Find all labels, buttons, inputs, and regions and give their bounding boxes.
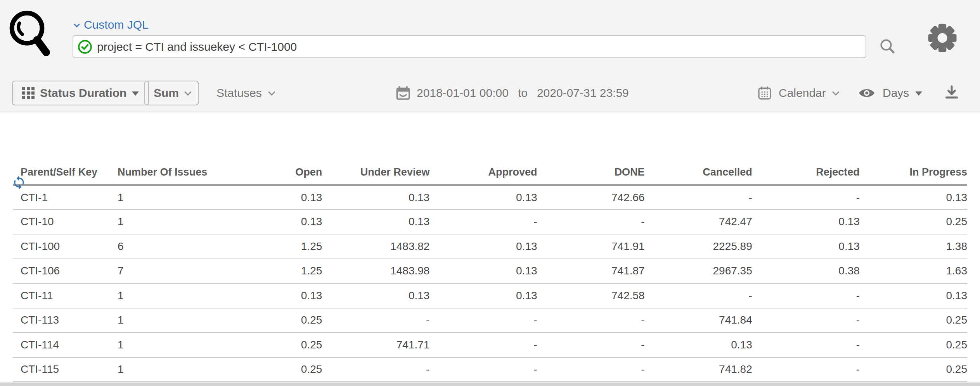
date-separator: to <box>518 86 528 100</box>
jql-input[interactable]: project = CTI and issuekey < CTI-1000 <box>73 35 866 58</box>
table-row[interactable]: CTI-11510.25---741.82-0.25 <box>13 357 967 382</box>
grid-icon <box>22 87 35 99</box>
value-cell: 0.13 <box>860 185 967 210</box>
issue-key-cell: CTI-106 <box>13 259 110 284</box>
value-cell: - <box>322 308 429 333</box>
value-cell: 1.63 <box>860 259 967 284</box>
date-range-picker[interactable]: 2018-01-01 00:00 to 2020-07-31 23:59 <box>395 81 629 105</box>
value-cell: - <box>429 357 537 382</box>
value-cell: 0.13 <box>860 283 967 308</box>
unit-label: Days <box>883 86 909 100</box>
column-header-under-review[interactable]: Under Review <box>322 160 429 185</box>
calendar-grid-icon <box>757 85 772 101</box>
value-cell: - <box>752 308 860 333</box>
value-cell: 1.25 <box>215 234 322 259</box>
table-header-row: Parent/Self KeyNumber Of IssuesOpenUnder… <box>13 160 967 185</box>
value-cell: 0.25 <box>215 333 322 357</box>
value-cell: 2967.35 <box>645 259 752 284</box>
table-row[interactable]: CTI-10671.251483.980.13741.872967.350.38… <box>13 259 967 284</box>
value-cell: - <box>752 333 860 357</box>
table-row[interactable]: CTI-1010.130.13--742.470.130.25 <box>13 210 967 234</box>
status-duration-app: Custom JQL project = CTI and issuekey < … <box>0 0 980 386</box>
column-header-number-of-issues[interactable]: Number Of Issues <box>110 160 215 185</box>
value-cell: 1.25 <box>215 259 322 284</box>
chevron-down-icon <box>268 88 275 95</box>
aggregation-button[interactable]: Sum <box>144 81 199 105</box>
column-header-open[interactable]: Open <box>215 160 322 185</box>
calendar-dropdown[interactable]: Calendar <box>757 81 837 105</box>
refresh-icon[interactable] <box>12 175 26 191</box>
value-cell: 0.38 <box>752 259 860 284</box>
value-cell: 1 <box>110 283 215 308</box>
value-cell: - <box>752 185 860 210</box>
value-cell: 742.47 <box>645 210 752 234</box>
value-cell: - <box>537 357 645 382</box>
table-row[interactable]: CTI-10061.251483.820.13741.912225.890.13… <box>13 234 967 259</box>
jql-query-text: project = CTI and issuekey < CTI-1000 <box>97 40 297 53</box>
horizontal-scrollbar[interactable] <box>0 383 980 386</box>
unit-dropdown[interactable]: Days <box>857 81 922 105</box>
issue-key-cell: CTI-113 <box>13 308 110 333</box>
value-cell: 0.13 <box>429 259 537 284</box>
value-cell: 1483.98 <box>322 259 429 284</box>
value-cell: 0.13 <box>215 185 322 210</box>
value-cell: 0.13 <box>429 283 537 308</box>
status-duration-table: Parent/Self KeyNumber Of IssuesOpenUnder… <box>13 160 967 382</box>
value-cell: - <box>429 308 537 333</box>
value-cell: 742.66 <box>537 185 645 210</box>
column-header-approved[interactable]: Approved <box>429 160 537 185</box>
issue-key-cell: CTI-1 <box>13 185 110 210</box>
value-cell: 0.25 <box>860 308 967 333</box>
value-cell: 0.13 <box>645 333 752 357</box>
calendar-icon <box>395 85 411 101</box>
app-header: Custom JQL project = CTI and issuekey < … <box>0 0 980 112</box>
value-cell: 0.13 <box>752 234 860 259</box>
value-cell: - <box>645 185 752 210</box>
chevron-down-icon <box>832 88 839 95</box>
issue-key-cell: CTI-115 <box>13 357 110 382</box>
table-row[interactable]: CTI-1110.130.130.13742.58--0.13 <box>13 283 967 308</box>
chevron-down-icon <box>74 21 80 28</box>
date-from[interactable]: 2018-01-01 00:00 <box>417 86 509 100</box>
value-cell: 0.25 <box>860 357 967 382</box>
issue-key-cell: CTI-10 <box>13 210 110 234</box>
statuses-label: Statuses <box>216 86 262 100</box>
gear-icon[interactable] <box>928 23 957 54</box>
value-cell: - <box>537 210 645 234</box>
value-cell: 0.13 <box>215 210 322 234</box>
value-cell: 0.13 <box>322 283 429 308</box>
search-icon[interactable] <box>878 37 897 57</box>
report-toolbar: Status Duration Sum Statuses <box>0 81 980 105</box>
download-icon[interactable] <box>943 84 961 103</box>
value-cell: - <box>429 210 537 234</box>
column-header-done[interactable]: DONE <box>537 160 645 185</box>
value-cell: - <box>537 308 645 333</box>
jql-mode-label[interactable]: Custom JQL <box>84 18 149 31</box>
value-cell: - <box>429 333 537 357</box>
value-cell: 7 <box>110 259 215 284</box>
report-type-button[interactable]: Status Duration <box>12 81 149 105</box>
value-cell: 741.71 <box>322 333 429 357</box>
value-cell: 1 <box>110 210 215 234</box>
value-cell: 0.25 <box>860 333 967 357</box>
value-cell: 741.91 <box>537 234 645 259</box>
report-type-label: Status Duration <box>40 86 126 100</box>
aggregation-label: Sum <box>154 86 179 100</box>
value-cell: 0.13 <box>322 210 429 234</box>
table-row[interactable]: CTI-11310.25---741.84-0.25 <box>13 308 967 333</box>
issue-key-cell: CTI-100 <box>13 234 110 259</box>
issue-key-cell: CTI-114 <box>13 333 110 357</box>
caret-down-icon <box>132 91 139 96</box>
table-row[interactable]: CTI-11410.25741.71--0.13-0.25 <box>13 333 967 357</box>
column-header-cancelled[interactable]: Cancelled <box>645 160 752 185</box>
value-cell: 0.13 <box>322 185 429 210</box>
column-header-in-progress[interactable]: In Progress <box>860 160 967 185</box>
date-to[interactable]: 2020-07-31 23:59 <box>537 86 629 100</box>
jql-mode-selector[interactable]: Custom JQL <box>74 18 149 31</box>
value-cell: 1 <box>110 185 215 210</box>
table-row[interactable]: CTI-110.130.130.13742.66--0.13 <box>13 185 967 210</box>
column-header-parent-self-key[interactable]: Parent/Self Key <box>13 160 110 185</box>
statuses-dropdown[interactable]: Statuses <box>216 81 273 105</box>
value-cell: - <box>752 357 860 382</box>
column-header-rejected[interactable]: Rejected <box>752 160 860 185</box>
